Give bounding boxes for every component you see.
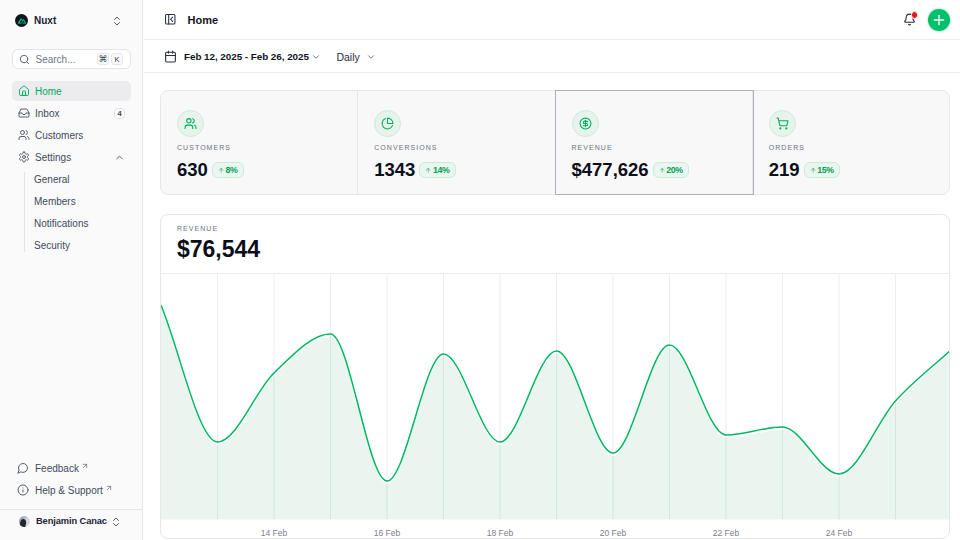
- svg-text:20 Feb: 20 Feb: [600, 528, 627, 538]
- svg-text:16 Feb: 16 Feb: [374, 528, 401, 538]
- svg-text:22 Feb: 22 Feb: [713, 528, 740, 538]
- svg-text:18 Feb: 18 Feb: [487, 528, 514, 538]
- svg-text:14 Feb: 14 Feb: [261, 528, 288, 538]
- svg-text:24 Feb: 24 Feb: [826, 528, 853, 538]
